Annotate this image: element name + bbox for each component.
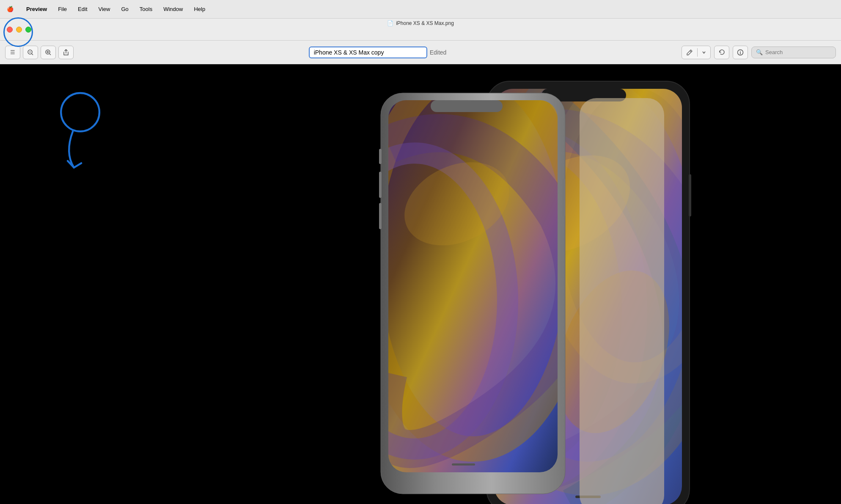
svg-rect-24	[689, 174, 691, 216]
menu-view[interactable]: View	[97, 5, 112, 13]
zoom-in-button[interactable]	[41, 46, 56, 59]
search-icon: 🔍	[756, 49, 763, 55]
svg-rect-38	[580, 98, 664, 504]
info-button[interactable]	[733, 46, 748, 59]
svg-rect-32	[431, 100, 503, 112]
zoom-in-icon	[45, 49, 51, 55]
traffic-lights	[7, 27, 31, 33]
iphone-image	[0, 64, 841, 504]
toolbar-center: Edited	[77, 47, 678, 58]
menu-file[interactable]: File	[56, 5, 69, 13]
title-bar: 📄 iPhone XS & XS Max.png	[0, 19, 841, 41]
toolbar-left: ☰	[5, 46, 74, 59]
svg-rect-34	[379, 172, 382, 198]
toolbar-right: 🔍	[682, 46, 836, 59]
menu-edit[interactable]: Edit	[76, 5, 89, 13]
share-icon	[63, 49, 69, 56]
svg-line-7	[690, 51, 691, 52]
search-box[interactable]: 🔍	[751, 47, 836, 58]
markup-dropdown-button[interactable]	[698, 46, 710, 59]
title-input-group: Edited	[309, 47, 447, 58]
content-area	[0, 64, 841, 504]
document-title-input[interactable]	[309, 47, 427, 58]
rotate-button[interactable]	[714, 46, 729, 59]
svg-rect-37	[452, 463, 475, 466]
info-icon	[737, 49, 744, 56]
svg-rect-35	[379, 203, 382, 229]
menu-tools[interactable]: Tools	[138, 5, 154, 13]
svg-rect-33	[379, 149, 382, 164]
share-button[interactable]	[58, 46, 74, 59]
minimize-button[interactable]	[16, 27, 22, 33]
preview-window: 📄 iPhone XS & XS Max.png ☰	[0, 19, 841, 504]
svg-point-9	[740, 51, 741, 52]
menu-window[interactable]: Window	[162, 5, 184, 13]
markup-button-group	[682, 46, 711, 59]
menu-help[interactable]: Help	[192, 5, 207, 13]
svg-line-2	[32, 54, 33, 55]
markup-pencil-button[interactable]	[682, 46, 697, 59]
zoom-out-button[interactable]	[23, 46, 38, 59]
svg-rect-36	[563, 178, 565, 216]
menu-bar: 🍎 Preview File Edit View Go Tools Window…	[0, 0, 841, 19]
apple-menu[interactable]: 🍎	[5, 5, 15, 13]
chevron-down-icon	[702, 50, 706, 55]
pencil-icon	[686, 49, 693, 56]
zoom-out-icon	[27, 49, 33, 55]
tab-filename[interactable]: iPhone XS & XS Max.png	[396, 20, 454, 26]
menu-go[interactable]: Go	[119, 5, 130, 13]
toolbar: ☰	[0, 41, 841, 64]
search-input[interactable]	[765, 49, 831, 55]
tab-file-icon: 📄	[387, 20, 393, 26]
menu-preview[interactable]: Preview	[25, 5, 49, 13]
sidebar-toggle-button[interactable]: ☰	[5, 46, 20, 59]
rotate-icon	[718, 49, 726, 56]
edited-label: Edited	[430, 49, 447, 56]
close-button[interactable]	[7, 27, 13, 33]
svg-line-6	[49, 54, 51, 55]
maximize-button[interactable]	[25, 27, 31, 33]
